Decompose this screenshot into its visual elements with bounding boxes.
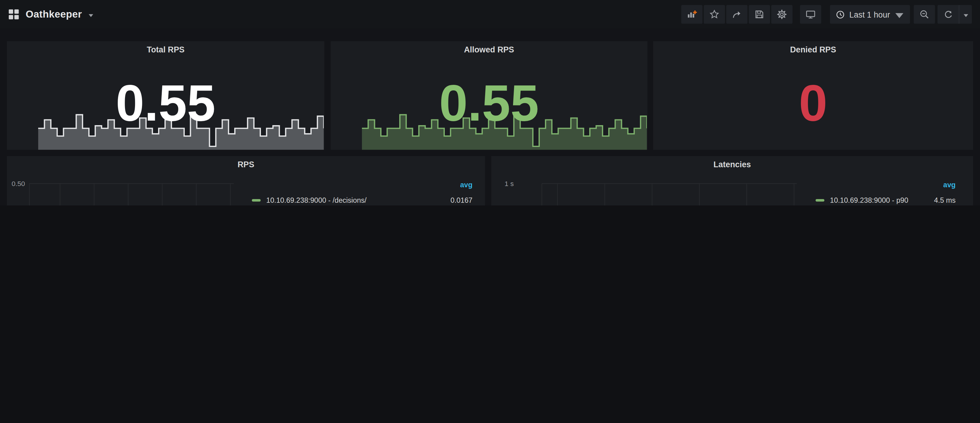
time-range-label: Last 1 hour bbox=[849, 10, 890, 19]
grafana-dashboard: Oathkeeper bbox=[0, 0, 980, 206]
panel-denied-rps: Denied RPS 0 bbox=[653, 41, 973, 150]
star-dashboard-button[interactable] bbox=[703, 5, 725, 24]
panel-title[interactable]: Latencies bbox=[491, 160, 973, 169]
star-icon bbox=[710, 10, 719, 19]
chevron-down-icon bbox=[88, 13, 94, 17]
panel-allowed-rps: Allowed RPS 0.55 bbox=[331, 41, 648, 150]
clock-icon bbox=[835, 10, 845, 19]
chevron-down-icon bbox=[963, 13, 969, 17]
dashboard-title-dropdown[interactable]: Oathkeeper bbox=[8, 9, 94, 20]
apps-grid-icon bbox=[8, 9, 19, 20]
rps-legend: avg 10.10.69.238:9000 - /decisions/0.016… bbox=[252, 181, 473, 206]
series-avg-value: 0.0167 bbox=[444, 196, 473, 204]
panel-latencies-graph: Latencies 10:4010:5011:0011:1011:2011:30… bbox=[491, 156, 973, 206]
stat-value: 0.55 bbox=[7, 77, 325, 128]
refresh-icon bbox=[943, 10, 953, 19]
save-icon bbox=[754, 10, 764, 19]
panel-rps-graph: RPS 10:4010:5011:0011:1011:2011:3000.100… bbox=[7, 156, 485, 206]
chevron-down-icon bbox=[894, 10, 904, 20]
refresh-controls bbox=[937, 5, 972, 24]
monitor-icon bbox=[805, 10, 816, 19]
panel-total-rps: Total RPS 0.55 bbox=[7, 41, 325, 150]
share-icon bbox=[732, 10, 742, 19]
time-range-picker[interactable]: Last 1 hour bbox=[830, 5, 910, 24]
panel-title[interactable]: Denied RPS bbox=[653, 45, 973, 54]
panel-title[interactable]: Allowed RPS bbox=[331, 45, 648, 54]
refresh-button[interactable] bbox=[937, 5, 959, 24]
stat-value: 0 bbox=[653, 77, 973, 128]
refresh-interval-dropdown[interactable] bbox=[959, 5, 972, 24]
dashboard-settings-button[interactable] bbox=[771, 5, 792, 24]
latencies-legend: avg 10.10.69.238:9000 - p904.5 ms10.10.6… bbox=[816, 181, 955, 206]
legend-avg-header: avg bbox=[460, 181, 473, 189]
stat-value: 0.55 bbox=[331, 77, 648, 128]
series-color-dash bbox=[816, 200, 824, 202]
zoom-out-icon bbox=[919, 10, 929, 19]
panel-title[interactable]: RPS bbox=[7, 160, 485, 169]
legend-avg-header: avg bbox=[943, 181, 956, 189]
gear-icon bbox=[777, 10, 787, 19]
series-avg-value: 4.5 ms bbox=[927, 196, 956, 204]
dashboard-title: Oathkeeper bbox=[25, 9, 82, 20]
navbar-actions: Last 1 hour bbox=[681, 5, 972, 24]
series-color-dash bbox=[252, 200, 261, 202]
add-panel-icon bbox=[687, 10, 697, 19]
legend-item[interactable]: 10.10.69.238:9000 - p904.5 ms bbox=[816, 193, 955, 206]
zoom-out-time-button[interactable] bbox=[914, 5, 935, 24]
cycle-view-mode-button[interactable] bbox=[800, 5, 821, 24]
series-name: 10.10.69.238:9000 - p90 bbox=[830, 196, 922, 204]
panel-title[interactable]: Total RPS bbox=[7, 45, 325, 54]
series-name: 10.10.69.238:9000 - /decisions/ bbox=[266, 196, 439, 204]
add-panel-button[interactable] bbox=[681, 5, 702, 24]
save-dashboard-button[interactable] bbox=[749, 5, 770, 24]
share-dashboard-button[interactable] bbox=[726, 5, 748, 24]
y-axis-tick-label: 1 s bbox=[504, 180, 514, 188]
navbar: Oathkeeper bbox=[0, 0, 980, 29]
legend-item[interactable]: 10.10.69.238:9000 - /decisions/0.0167 bbox=[252, 193, 473, 206]
y-axis-tick-label: 0.50 bbox=[11, 180, 25, 188]
